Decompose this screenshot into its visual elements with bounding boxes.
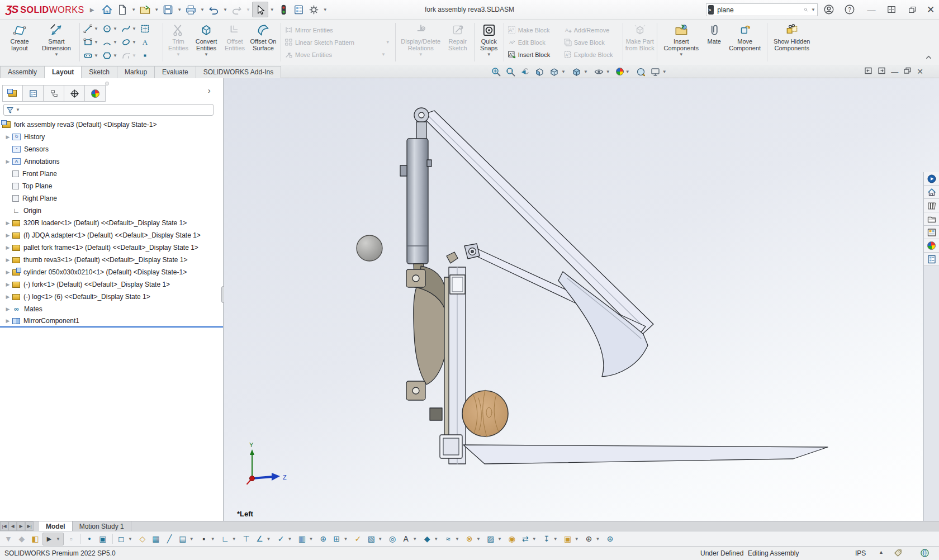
slot-tool[interactable]: ▼ [83, 49, 102, 63]
insert-block-button[interactable]: A°Insert Block [506, 49, 562, 60]
convert-entities-caret[interactable]: ▼ [204, 51, 208, 58]
print-caret[interactable]: ▼ [200, 7, 205, 12]
tree-item[interactable]: ▶(f) JDQA adapter<1> (Default) <<Default… [0, 229, 223, 241]
bottom-tool-27-icon[interactable]: ◆▼ [421, 533, 441, 545]
doc-close-button[interactable]: ✕ [917, 67, 923, 76]
bottom-tool-12-icon[interactable]: ▦ [150, 533, 162, 545]
graphics-viewport[interactable]: Y Z *Left [224, 78, 939, 521]
tab-solidworks-add-ins[interactable]: SOLIDWORKS Add-Ins [196, 66, 281, 78]
save-caret[interactable]: ▼ [177, 7, 182, 12]
bottom-tool-22-icon[interactable]: ⊞▼ [330, 533, 350, 545]
open-button[interactable] [137, 2, 153, 17]
tab-display-manager[interactable] [85, 85, 106, 102]
bottom-tool-14-icon[interactable]: ▤▼ [177, 533, 197, 545]
doc-tab-model[interactable]: Model [39, 521, 73, 531]
tree-item[interactable]: ▶AAnnotations [0, 155, 223, 168]
expand-arrow-icon[interactable]: ▶ [3, 134, 12, 140]
bottom-tool-10-icon[interactable]: ◻▼ [115, 533, 135, 545]
tree-item[interactable]: ▶(-) fork<1> (Default) <<Default>_Displa… [0, 278, 223, 291]
tab-featuremanager-tree[interactable] [2, 85, 23, 102]
bottom-tool-21-icon[interactable]: ⊕ [317, 533, 329, 545]
save-button[interactable] [160, 2, 176, 17]
offset-on-surface-button[interactable]: Offset On Surface [248, 20, 278, 65]
tag-icon[interactable] [893, 548, 903, 559]
search-input[interactable] [717, 6, 804, 14]
bottom-tool-15-icon[interactable]: ▪▼ [198, 533, 218, 545]
tree-item[interactable]: ▶pallet fork frame<1> (Default) <<Defaul… [0, 241, 223, 254]
expand-arrow-icon[interactable]: ▶ [3, 220, 12, 226]
tree-item[interactable]: Right Plane [0, 192, 223, 205]
close-button[interactable]: ✕ [922, 0, 939, 19]
minimize-button[interactable]: — [863, 0, 880, 19]
tree-item[interactable]: ▶cylinder 050x030x0210<1> (Default) <Dis… [0, 266, 223, 278]
print-button[interactable] [183, 2, 198, 17]
tree-item[interactable]: ▶320R loader<1> (Default) <<Default>_Dis… [0, 217, 223, 229]
open-caret[interactable]: ▼ [154, 7, 159, 12]
fillet-tool[interactable]: ▼ [121, 49, 140, 63]
expand-arrow-icon[interactable]: ▶ [3, 269, 12, 275]
point-tool[interactable] [140, 49, 159, 63]
options-gear-button[interactable] [306, 2, 321, 17]
undo-button[interactable] [206, 2, 221, 17]
tab-configuration-manager[interactable] [44, 85, 64, 102]
bottom-tool-36-icon[interactable]: ⊕ [604, 533, 616, 545]
bottom-tool-29-icon[interactable]: ⊗▼ [463, 533, 483, 545]
display-style-caret[interactable]: ▼ [584, 69, 588, 74]
new-document-button[interactable] [115, 2, 130, 17]
design-library-icon[interactable] [924, 199, 939, 212]
bottom-tool-19-icon[interactable]: ✓▼ [275, 533, 295, 545]
tab-evaluate[interactable]: Evaluate [154, 66, 196, 78]
tree-item[interactable]: Front Plane [0, 168, 223, 180]
zoom-to-area-button[interactable] [504, 66, 517, 78]
circle-caret[interactable]: ▼ [113, 26, 117, 31]
circle-tool[interactable]: ▼ [102, 22, 121, 36]
hide-show-items-button[interactable]: ▼ [592, 66, 613, 78]
polygon-tool[interactable]: ▼ [102, 49, 121, 63]
view-settings-button[interactable]: ▼ [649, 66, 670, 78]
smart-dimension-caret[interactable]: ▼ [54, 51, 59, 58]
units-caret[interactable]: ▲ [879, 549, 884, 555]
bottom-tool-24-icon[interactable]: ▧▼ [365, 533, 385, 545]
bottom-tool-35-icon[interactable]: ⊕▼ [583, 533, 603, 545]
view-orientation-caret[interactable]: ▼ [561, 69, 566, 74]
doc-tab-motion-study-1[interactable]: Motion Study 1 [73, 521, 131, 531]
bottom-tool-7-icon[interactable]: • [83, 533, 96, 545]
tab-scroll-first[interactable]: |◀ [0, 521, 8, 531]
bottom-tool-26-icon[interactable]: A▼ [400, 533, 420, 545]
tree-item[interactable]: ▶↻History [0, 131, 223, 143]
bottom-tool-18-icon[interactable]: ∠▼ [254, 533, 274, 545]
bottom-tool-33-icon[interactable]: ↧▼ [540, 533, 561, 545]
panel-expand-chevron[interactable]: › [208, 86, 211, 95]
tab-scroll-next[interactable]: ▶ [17, 521, 25, 531]
status-units[interactable]: IPS [855, 549, 866, 557]
bottom-tool-3-icon[interactable]: ◧ [29, 533, 41, 545]
bottom-tool-1-icon[interactable]: ▼ [2, 533, 15, 545]
filter-caret[interactable]: ▼ [16, 107, 20, 112]
line-tool[interactable]: ▼ [83, 22, 102, 36]
select-tool-caret[interactable]: ▼ [270, 7, 274, 12]
bottom-tool-5-icon[interactable]: ▫ [65, 533, 77, 545]
tree-item[interactable]: ▶thumb reva3<1> (Default) <<Default>_Dis… [0, 254, 223, 266]
spline-tool[interactable]: ▼ [121, 22, 140, 36]
display-style-button[interactable]: ▼ [570, 66, 591, 78]
file-explorer-icon[interactable] [924, 212, 939, 226]
search-icon[interactable] [804, 6, 808, 14]
mate-button[interactable]: Mate [703, 20, 725, 65]
view-settings-caret[interactable]: ▼ [662, 69, 667, 74]
expand-arrow-icon[interactable]: ▶ [3, 294, 12, 300]
bottom-tool-20-icon[interactable]: ▥▼ [296, 533, 316, 545]
ribbon-collapse-button[interactable] [925, 54, 932, 63]
move-component-button[interactable]: Move Component [725, 20, 765, 65]
zoom-to-fit-button[interactable] [490, 66, 502, 78]
insert-components-button[interactable]: Insert Components▼ [660, 20, 703, 65]
search-scope-caret[interactable]: ▼ [811, 7, 815, 12]
section-view-button[interactable] [533, 66, 546, 78]
smart-dimension-button[interactable]: Smart Dimension ▼ [36, 20, 77, 65]
tab-assembly[interactable]: Assembly [0, 66, 45, 78]
rectangle-tool[interactable]: ▼ [83, 36, 102, 49]
rebuild-traffic-light-icon[interactable] [276, 2, 291, 17]
tile-right-button[interactable] [878, 67, 886, 77]
apply-scene-button[interactable] [634, 66, 647, 78]
previous-view-button[interactable] [519, 66, 532, 78]
sketch-picture-tool[interactable] [140, 22, 159, 36]
